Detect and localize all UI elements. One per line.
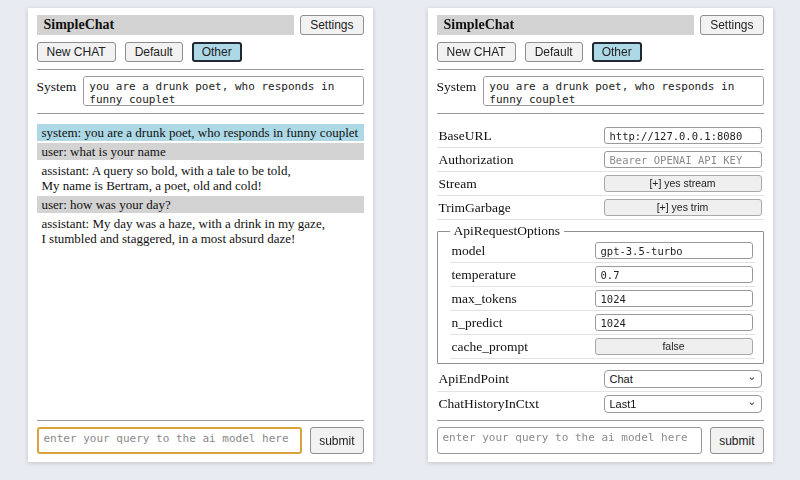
setting-label: TrimGarbage [439, 200, 511, 216]
session-default-button[interactable]: Default [525, 42, 583, 62]
n-predict-input[interactable] [595, 314, 753, 331]
new-chat-button[interactable]: New CHAT [37, 42, 116, 62]
cache-prompt-toggle-button[interactable]: false [595, 338, 753, 355]
setting-row-max-tokens: max_tokens [450, 287, 755, 311]
settings-rows-bottom: ApiEndPointChat⌄ChatHistoryInCtxtLast1⌄C… [437, 367, 764, 413]
submit-button[interactable]: submit [710, 427, 763, 454]
max-tokens-input[interactable] [595, 290, 753, 307]
setting-label: n_predict [452, 315, 503, 331]
session-other-button[interactable]: Other [192, 42, 242, 62]
setting-row-trimgarbage: TrimGarbage[+] yes trim [437, 196, 764, 220]
setting-row-chathistoryinctxt: ChatHistoryInCtxtLast1⌄ [437, 392, 764, 413]
system-label: System [37, 76, 77, 95]
chat-panel: SimpleChat Settings New CHAT Default Oth… [28, 8, 373, 462]
app-title: SimpleChat [437, 15, 695, 35]
session-default-button[interactable]: Default [125, 42, 183, 62]
header: SimpleChat Settings [37, 15, 364, 35]
temperature-input[interactable] [595, 266, 753, 283]
chat-message-system: system: you are a drunk poet, who respon… [37, 124, 364, 141]
query-row: submit [37, 427, 364, 454]
chat-message-user: user: how was your day? [37, 196, 364, 213]
settings-button[interactable]: Settings [700, 15, 763, 35]
baseurl-input[interactable] [604, 127, 762, 144]
setting-row-authorization: Authorization [437, 148, 764, 172]
setting-row-n-predict: n_predict [450, 311, 755, 335]
chathistoryinctxt-select-wrap: Last1⌄ [604, 395, 762, 413]
system-label: System [437, 76, 477, 95]
chat-message-assistant: assistant: My day was a haze, with a dri… [37, 215, 364, 247]
apiendpoint-select-wrap: Chat⌄ [604, 370, 762, 388]
apiendpoint-select[interactable]: Chat [604, 370, 762, 388]
settings-button[interactable]: Settings [300, 15, 363, 35]
stream-toggle-button[interactable]: [+] yes stream [604, 175, 762, 192]
setting-label: Authorization [439, 152, 514, 168]
session-tabs: New CHAT Default Other [37, 42, 364, 62]
setting-label: cache_prompt [452, 339, 528, 355]
submit-button[interactable]: submit [310, 427, 363, 454]
session-other-button[interactable]: Other [592, 42, 642, 62]
setting-label: ApiEndPoint [439, 371, 510, 387]
divider [37, 113, 364, 114]
settings-panel: SimpleChat Settings New CHAT Default Oth… [428, 8, 773, 462]
authorization-input[interactable] [604, 151, 762, 168]
setting-label: BaseURL [439, 128, 492, 144]
divider [37, 69, 364, 70]
system-prompt-input[interactable] [483, 76, 763, 106]
chathistoryinctxt-select[interactable]: Last1 [604, 395, 762, 413]
model-input[interactable] [595, 242, 753, 259]
settings-rows-group: modeltemperaturemax_tokensn_predictcache… [450, 239, 755, 359]
setting-row-baseurl: BaseURL [437, 124, 764, 148]
query-input[interactable] [437, 427, 703, 454]
setting-label: model [452, 243, 486, 259]
settings-rows-top: BaseURLAuthorizationStream[+] yes stream… [437, 124, 764, 220]
setting-label: Stream [439, 176, 477, 192]
setting-label: ChatHistoryInCtxt [439, 396, 540, 412]
setting-label: temperature [452, 267, 516, 283]
setting-row-temperature: temperature [450, 263, 755, 287]
session-tabs: New CHAT Default Other [437, 42, 764, 62]
header: SimpleChat Settings [437, 15, 764, 35]
query-row: submit [437, 427, 764, 454]
chat-messages: system: you are a drunk poet, who respon… [37, 124, 364, 413]
new-chat-button[interactable]: New CHAT [437, 42, 516, 62]
divider [437, 420, 764, 421]
setting-row-apiendpoint: ApiEndPointChat⌄ [437, 367, 764, 392]
chat-message-user: user: what is your name [37, 143, 364, 160]
system-prompt-row: System [37, 76, 364, 106]
setting-label: max_tokens [452, 291, 517, 307]
chat-message-assistant: assistant: A query so bold, with a tale … [37, 162, 364, 194]
setting-row-cache-prompt: cache_promptfalse [450, 335, 755, 359]
divider [437, 69, 764, 70]
app-title: SimpleChat [37, 15, 295, 35]
api-request-options-group: ApiRequestOptions modeltemperaturemax_to… [437, 223, 764, 364]
query-input[interactable] [37, 427, 303, 454]
divider [37, 420, 364, 421]
system-prompt-input[interactable] [83, 76, 363, 106]
setting-row-stream: Stream[+] yes stream [437, 172, 764, 196]
divider [437, 113, 764, 114]
system-prompt-row: System [437, 76, 764, 106]
group-legend: ApiRequestOptions [450, 223, 565, 239]
settings-list: BaseURLAuthorizationStream[+] yes stream… [437, 124, 764, 413]
trimgarbage-toggle-button[interactable]: [+] yes trim [604, 199, 762, 216]
setting-row-model: model [450, 239, 755, 263]
